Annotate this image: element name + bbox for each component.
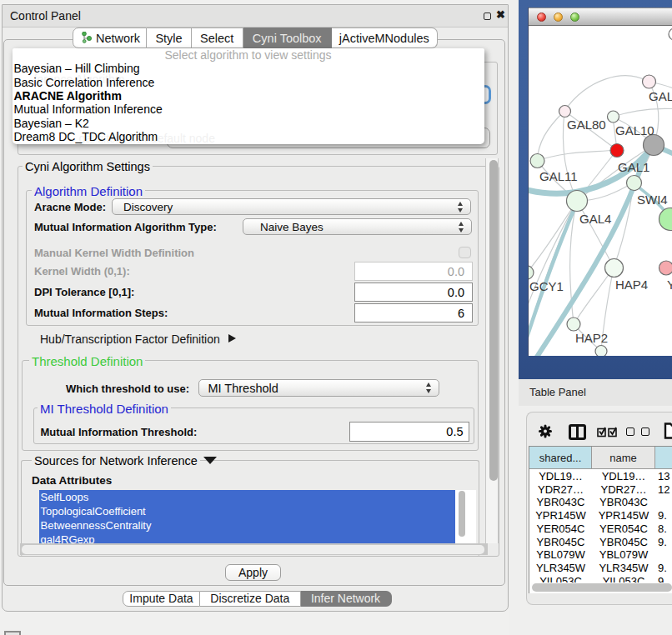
svg-text:GAL2: GAL2 <box>649 89 672 103</box>
svg-text:HAP4: HAP4 <box>615 278 648 292</box>
svg-text:GAL11: GAL11 <box>539 169 578 183</box>
svg-text:GAL1: GAL1 <box>618 160 649 174</box>
svg-text:GAL80: GAL80 <box>567 118 606 132</box>
svg-text:YJ: YJ <box>667 278 672 292</box>
svg-text:GAL10: GAL10 <box>615 123 654 138</box>
svg-text:GCY1: GCY1 <box>529 279 564 293</box>
svg-text:HAP2: HAP2 <box>575 331 608 345</box>
svg-text:GAL4: GAL4 <box>579 212 611 226</box>
svg-text:SWI4: SWI4 <box>637 192 668 207</box>
